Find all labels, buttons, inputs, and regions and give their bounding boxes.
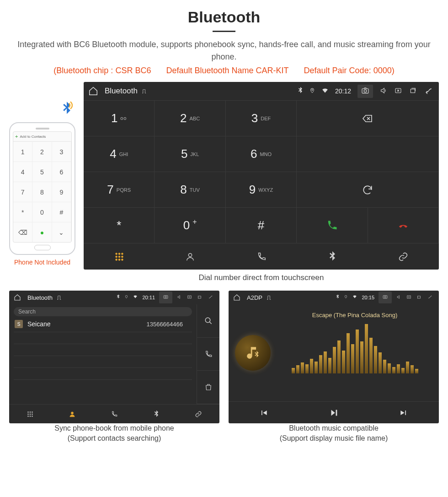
svg-point-29 <box>71 411 73 414</box>
camera-icon[interactable] <box>159 292 172 303</box>
hangup-button[interactable] <box>368 207 439 243</box>
home-icon[interactable] <box>233 294 240 301</box>
equalizer <box>292 323 418 373</box>
phonebook-screen: Bluetooth ⎍ 20:11 Search S Seicane <box>9 291 219 423</box>
svg-rect-33 <box>418 296 421 298</box>
recents-icon[interactable] <box>416 294 422 301</box>
status-bar: A2DP ⎍ 20:15 <box>229 291 439 304</box>
dial-key-2[interactable]: 2ABC <box>155 100 225 136</box>
back-icon[interactable] <box>207 294 215 301</box>
svg-point-5 <box>115 253 117 254</box>
phone-key-#: # <box>52 202 71 222</box>
svg-point-27 <box>30 416 31 417</box>
phone-key-3: 3 <box>52 141 71 162</box>
svg-point-11 <box>115 259 117 260</box>
recents-icon[interactable] <box>409 87 417 96</box>
nav-bluetooth[interactable] <box>135 405 177 423</box>
svg-point-9 <box>118 256 120 258</box>
nav-contacts[interactable] <box>51 405 93 423</box>
svg-point-7 <box>121 253 123 254</box>
location-icon <box>344 294 348 301</box>
dial-key-7[interactable]: 7PQRS <box>84 172 155 207</box>
spec-chip: (Bluetooth chip : CSR BC6 <box>53 66 151 75</box>
dial-key-9[interactable]: 9WXYZ <box>226 172 297 207</box>
svg-point-10 <box>121 256 123 258</box>
side-call[interactable] <box>197 338 219 371</box>
bluetooth-icon <box>336 294 340 301</box>
side-delete[interactable] <box>197 371 219 404</box>
phone-backspace-icon: ⌫ <box>13 222 32 242</box>
screen-title: A2DP <box>247 294 262 301</box>
redial-button[interactable] <box>297 172 439 207</box>
search-input[interactable]: Search <box>14 307 192 316</box>
close-app-icon[interactable] <box>394 87 402 96</box>
volume-icon[interactable] <box>176 294 182 301</box>
next-button[interactable] <box>369 402 439 423</box>
camera-icon[interactable] <box>357 85 373 98</box>
dial-key-#[interactable]: # <box>226 207 297 243</box>
clock-label: 20:11 <box>142 295 155 300</box>
back-icon[interactable] <box>426 294 434 301</box>
phone-key-4: 4 <box>13 162 32 182</box>
svg-point-16 <box>165 296 167 298</box>
svg-point-24 <box>30 413 31 415</box>
usb-icon: ⎍ <box>57 294 61 301</box>
nav-dialpad[interactable] <box>9 405 51 423</box>
svg-point-8 <box>115 256 117 258</box>
wifi-icon <box>133 294 138 301</box>
dial-key-5[interactable]: 5JKL <box>155 136 225 172</box>
dial-key-1[interactable]: 1ᴏᴏ <box>84 100 155 136</box>
nav-contacts[interactable] <box>155 243 225 270</box>
spec-name: Default Bluetooth Name CAR-KIT <box>166 66 288 75</box>
page-title: Bluetooth <box>9 8 439 26</box>
side-search[interactable] <box>197 304 219 338</box>
volume-icon[interactable] <box>396 294 402 301</box>
contact-row <box>14 368 192 380</box>
svg-point-26 <box>27 416 29 417</box>
spec-code: Default Pair Code: 0000) <box>304 66 395 75</box>
nav-bluetooth[interactable] <box>297 243 368 270</box>
camera-icon[interactable] <box>379 292 392 303</box>
dial-key-6[interactable]: 6MNO <box>226 136 297 172</box>
nav-recents[interactable] <box>226 243 297 270</box>
play-pause-button[interactable] <box>299 402 368 423</box>
svg-rect-15 <box>164 296 168 298</box>
nav-pair[interactable] <box>368 243 439 270</box>
contact-row <box>14 344 192 356</box>
phone-mockup: + Add to Contacts 123456789*0#⌫●⌄ <box>9 122 75 255</box>
dial-key-8[interactable]: 8TUV <box>155 172 225 207</box>
contact-row[interactable]: S Seicane 13566664466 <box>14 316 192 332</box>
nav-dialpad[interactable] <box>84 243 155 270</box>
add-contacts-label: Add to Contacts <box>20 135 46 139</box>
svg-rect-1 <box>362 88 368 93</box>
wifi-icon <box>321 87 329 95</box>
close-app-icon[interactable] <box>406 294 412 301</box>
svg-point-12 <box>118 259 120 260</box>
phone-key-*: * <box>13 202 32 222</box>
contact-initial: S <box>15 320 23 328</box>
dial-key-*[interactable]: * <box>84 207 155 243</box>
dial-key-0[interactable]: 0+ <box>155 207 225 243</box>
call-button[interactable] <box>297 207 368 243</box>
home-icon[interactable] <box>88 86 98 96</box>
svg-point-23 <box>27 413 29 415</box>
dial-key-4[interactable]: 4GHI <box>84 136 155 172</box>
track-title: Escape (The Pina Colada Song) <box>312 312 397 319</box>
svg-point-22 <box>32 411 33 413</box>
recents-icon[interactable] <box>197 294 203 301</box>
contact-name: Seicane <box>27 320 51 328</box>
svg-point-21 <box>30 411 31 413</box>
backspace-button[interactable] <box>297 100 439 136</box>
dial-key-3[interactable]: 3DEF <box>226 100 297 136</box>
svg-point-19 <box>205 318 210 323</box>
close-app-icon[interactable] <box>187 294 192 301</box>
phone-key-5: 5 <box>32 162 52 182</box>
back-icon[interactable] <box>423 87 434 96</box>
svg-rect-32 <box>407 296 411 298</box>
volume-icon[interactable] <box>379 87 388 96</box>
prev-button[interactable] <box>229 402 299 423</box>
home-icon[interactable] <box>14 294 21 301</box>
svg-point-25 <box>32 413 33 415</box>
nav-recents[interactable] <box>93 405 135 423</box>
nav-pair[interactable] <box>177 405 219 423</box>
